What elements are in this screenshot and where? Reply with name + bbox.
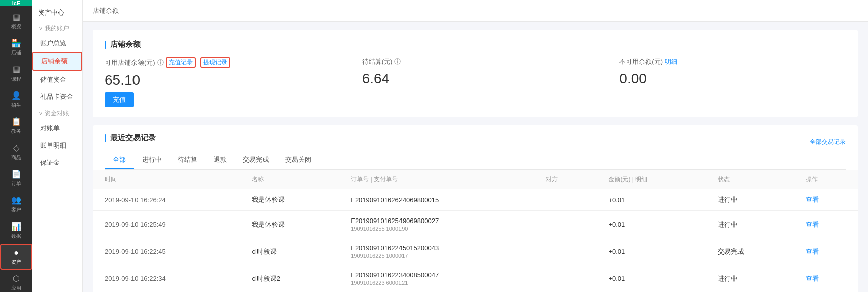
col-header-time: 时间 <box>93 170 240 189</box>
cell-action-1[interactable]: 查看 <box>793 211 858 238</box>
available-balance-value: 65.10 <box>105 72 331 88</box>
sidebar-item-asset[interactable]: ●资产 <box>0 244 32 270</box>
col-header-status: 状态 <box>706 170 793 189</box>
cell-time-0: 2019-09-10 16:26:24 <box>93 189 240 211</box>
second-nav-item-stored-value[interactable]: 储值资金 <box>32 71 82 88</box>
sidebar-item-store[interactable]: 🏪店铺 <box>0 34 32 60</box>
sidebar: IcE ▦概况🏪店铺▦课程👤招生📋教务◇商品📄订单👥客户📊数据●资产 ⬡应用⚙设… <box>0 0 32 292</box>
sidebar-item-teacher[interactable]: 📋教务 <box>0 113 32 139</box>
pending-balance-label: 待结算(元) ⓘ <box>362 57 589 66</box>
balance-card: 店铺余额 可用店铺余额(元) ⓘ 充值记录 提现记录 65.10 充值 <box>93 30 858 117</box>
pending-balance-col: 待结算(元) ⓘ 6.64 <box>362 57 589 87</box>
table-head: 时间名称订单号 | 支付单号对方金额(元) | 明细状态操作 <box>93 170 858 189</box>
tab-refund[interactable]: 退款 <box>206 151 235 169</box>
col-header-name: 名称 <box>240 170 339 189</box>
sidebar-icon-course: ▦ <box>13 64 20 74</box>
second-nav-title: 资产中心 <box>32 5 82 20</box>
tab-closed[interactable]: 交易关闭 <box>277 151 319 169</box>
cell-amount-3: +0.01 <box>596 265 706 293</box>
sidebar-item-goods[interactable]: ◇商品 <box>0 139 32 165</box>
sidebar-logo: IcE <box>0 0 32 6</box>
sidebar-label-customer: 客户 <box>11 206 21 213</box>
available-balance-label: 可用店铺余额(元) ⓘ 充值记录 提现记录 <box>105 57 331 68</box>
sidebar-item-order[interactable]: 📄订单 <box>0 165 32 191</box>
main-content: 店铺余额 店铺余额 可用店铺余额(元) ⓘ 充值记录 提现记录 65.10 充值 <box>83 0 868 292</box>
second-nav-item-account-detail[interactable]: 账单明细 <box>32 137 82 154</box>
sidebar-bottom-item-apps[interactable]: ⬡应用 <box>0 270 32 292</box>
cell-status-0: 进行中 <box>706 189 793 211</box>
sidebar-bottom: ⬡应用⚙设置 <box>0 270 32 292</box>
sidebar-bottom-icon-apps: ⬡ <box>13 274 20 283</box>
sidebar-label-course: 课程 <box>11 76 21 83</box>
cell-orderid-3: E2019091016223400850004719091016223 6000… <box>339 265 533 293</box>
unavailable-detail-link[interactable]: 明细 <box>665 58 677 66</box>
sidebar-icon-customer: 👥 <box>11 195 21 205</box>
sidebar-label-goods: 商品 <box>11 154 21 161</box>
balance-divider-2 <box>604 57 604 107</box>
balance-row: 可用店铺余额(元) ⓘ 充值记录 提现记录 65.10 充值 待结算(元) ⓘ … <box>105 57 846 107</box>
cell-orderid-2: E2019091016224501520004319091016225 1000… <box>339 238 533 265</box>
info-icon-available: ⓘ <box>157 58 164 67</box>
cell-action-2[interactable]: 查看 <box>793 238 858 265</box>
available-balance-col: 可用店铺余额(元) ⓘ 充值记录 提现记录 65.10 充值 <box>105 57 331 107</box>
sidebar-label-overview: 概况 <box>11 23 21 30</box>
tab-pending[interactable]: 待结算 <box>170 151 206 169</box>
tab-inprogress[interactable]: 进行中 <box>134 151 170 169</box>
second-nav: 资产中心 ∨ 我的账户账户总览店铺余额储值资金礼品卡资金∨ 资金对账对账单账单明… <box>32 0 83 292</box>
sidebar-label-teacher: 教务 <box>11 128 21 135</box>
table-row: 2019-09-10 16:22:45cl时段课E201909101622450… <box>93 238 858 265</box>
second-nav-group-∨ 我的账户: ∨ 我的账户 <box>32 20 82 35</box>
recharge-button[interactable]: 充值 <box>105 92 134 107</box>
sidebar-icon-store: 🏪 <box>11 38 21 48</box>
sidebar-item-customer[interactable]: 👥客户 <box>0 191 32 217</box>
cell-orderid-0: E20190910162624069800015 <box>339 189 533 211</box>
cell-amount-0: +0.01 <box>596 189 706 211</box>
sidebar-icon-order: 📄 <box>11 169 21 179</box>
sidebar-nav: ▦概况🏪店铺▦课程👤招生📋教务◇商品📄订单👥客户📊数据●资产 <box>0 6 32 270</box>
tabs-bar: 全部进行中待结算退款交易完成交易关闭 <box>105 151 846 170</box>
second-nav-item-gift-card[interactable]: 礼品卡资金 <box>32 88 82 105</box>
sidebar-label-order: 订单 <box>11 180 21 187</box>
content-area: 店铺余额 可用店铺余额(元) ⓘ 充值记录 提现记录 65.10 充值 <box>83 22 868 292</box>
cell-status-3: 进行中 <box>706 265 793 293</box>
table-header-row: 时间名称订单号 | 支付单号对方金额(元) | 明细状态操作 <box>93 170 858 189</box>
sidebar-label-asset: 资产 <box>11 259 21 266</box>
sidebar-icon-goods: ◇ <box>13 143 19 153</box>
second-nav-item-store-balance[interactable]: 店铺余额 <box>32 52 82 71</box>
sidebar-icon-asset: ● <box>14 248 19 257</box>
tab-complete[interactable]: 交易完成 <box>235 151 277 169</box>
unavailable-label-text: 不可用余额(元) <box>619 57 663 66</box>
tabs-container: 全部进行中待结算退款交易完成交易关闭 <box>93 151 858 170</box>
table-body: 2019-09-10 16:26:24我是体验课E201909101626240… <box>93 189 858 293</box>
withdraw-record-link[interactable]: 提现记录 <box>200 57 230 68</box>
cell-name-2: cl时段课 <box>240 238 339 265</box>
sidebar-item-data[interactable]: 📊数据 <box>0 217 32 244</box>
cell-action-3[interactable]: 查看 <box>793 265 858 293</box>
col-header-amount: 金额(元) | 明细 <box>596 170 706 189</box>
sidebar-icon-data: 📊 <box>11 222 21 231</box>
sidebar-bottom-label-apps: 应用 <box>11 285 21 292</box>
view-all-link[interactable]: 全部交易记录 <box>810 138 846 147</box>
second-nav-item-account-bill[interactable]: 对账单 <box>32 120 82 137</box>
sidebar-item-course[interactable]: ▦课程 <box>0 60 32 87</box>
balance-divider-1 <box>347 57 347 107</box>
sidebar-label-recruit: 招生 <box>11 102 21 109</box>
unavailable-balance-col: 不可用余额(元) 明细 0.00 <box>619 57 846 87</box>
tab-all[interactable]: 全部 <box>105 151 134 169</box>
cell-action-0[interactable]: 查看 <box>793 189 858 211</box>
transactions-title: 最近交易记录 <box>105 133 156 143</box>
second-nav-item-account-overview[interactable]: 账户总览 <box>32 35 82 52</box>
col-header-counterpart: 对方 <box>533 170 596 189</box>
second-nav-item-deposit[interactable]: 保证金 <box>32 154 82 171</box>
table-row: 2019-09-10 16:22:34cl时段课2E20190910162234… <box>93 265 858 293</box>
cell-time-2: 2019-09-10 16:22:45 <box>93 238 240 265</box>
cell-time-3: 2019-09-10 16:22:34 <box>93 265 240 293</box>
transactions-table: 时间名称订单号 | 支付单号对方金额(元) | 明细状态操作 2019-09-1… <box>93 170 858 292</box>
pending-balance-value: 6.64 <box>362 70 589 87</box>
sidebar-item-recruit[interactable]: 👤招生 <box>0 87 32 113</box>
recharge-record-link[interactable]: 充值记录 <box>166 57 196 68</box>
sidebar-icon-recruit: 👤 <box>11 91 21 100</box>
available-label-text: 可用店铺余额(元) <box>105 58 155 67</box>
sidebar-item-overview[interactable]: ▦概况 <box>0 8 32 34</box>
sidebar-icon-teacher: 📋 <box>11 117 21 126</box>
